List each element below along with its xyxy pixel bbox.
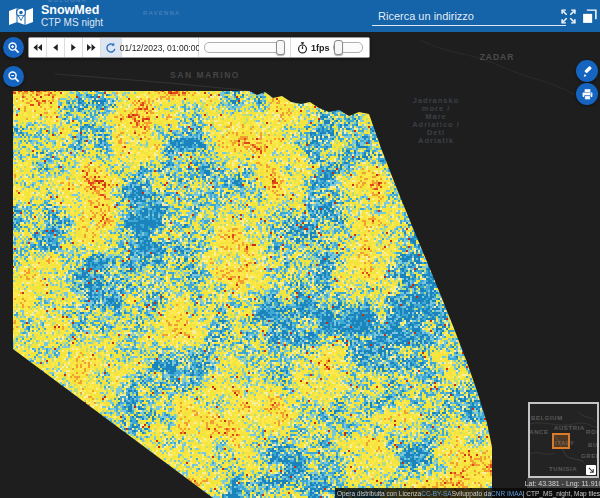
minimap-toggle-button[interactable] <box>586 465 596 475</box>
zoom-out-button[interactable] <box>3 66 24 87</box>
app-header: BOLOGNARAVENNA SnowMed CTP MS night <box>0 0 600 32</box>
minimap-country-label: GREECE <box>581 453 599 459</box>
time-control-toolbar: 01/12/2023, 01:00:00 1fps <box>28 37 370 58</box>
skip-end-button[interactable] <box>83 38 101 57</box>
current-datetime: 01/12/2023, 01:00:00 <box>122 38 199 57</box>
clock-icon <box>297 42 308 54</box>
address-search-input[interactable] <box>372 7 566 26</box>
attribution-bar: Opera distribuita con Licenza CC-BY-SA S… <box>335 488 600 498</box>
magnifier-plus-icon <box>7 41 20 54</box>
tile-view-icon[interactable] <box>581 8 598 25</box>
refresh-icon <box>105 42 117 54</box>
fps-slider-thumb[interactable] <box>334 40 343 55</box>
printer-icon <box>581 88 594 101</box>
app-title: SnowMed <box>41 3 103 17</box>
minimap-country-label: ROMA <box>586 429 599 435</box>
app-window: SAN MARINOZADARJadranskomore /MareAdriat… <box>0 0 600 498</box>
minimap-country-label: AUSTRIA <box>554 425 585 431</box>
step-back-icon <box>51 43 60 52</box>
skip-start-button[interactable] <box>29 38 47 57</box>
time-slider[interactable] <box>204 42 285 53</box>
minimap-country-label: BELGIUM <box>531 415 563 421</box>
minimap-country-label: FRANCE <box>528 429 549 435</box>
fullscreen-icon[interactable] <box>560 8 577 25</box>
time-slider-panel <box>199 38 291 57</box>
fps-slider[interactable] <box>333 42 363 53</box>
zoom-in-button[interactable] <box>3 37 24 58</box>
app-titles: SnowMed CTP MS night <box>41 3 103 28</box>
overview-minimap[interactable]: BELGIUMFRANCEAUSTRIAROMAITALYBULGGREECET… <box>528 402 599 478</box>
minimap-viewport-rect[interactable] <box>552 433 570 449</box>
map-pin-logo-icon <box>8 5 34 27</box>
skip-end-icon <box>86 43 97 52</box>
minimap-country-label: BULG <box>588 442 599 448</box>
skip-start-icon <box>32 43 43 52</box>
play-button[interactable] <box>65 38 83 57</box>
attribution-text: Opera distribuita con Licenza <box>337 490 421 497</box>
step-back-button[interactable] <box>47 38 65 57</box>
minimap-country-label: TUNISIA <box>549 466 577 472</box>
pencil-icon <box>581 65 594 78</box>
collapse-arrow-icon <box>588 467 595 474</box>
map-viewport[interactable]: SAN MARINOZADARJadranskomore /MareAdriat… <box>0 0 600 498</box>
app-subtitle: CTP MS night <box>41 17 103 28</box>
print-button[interactable] <box>576 83 598 105</box>
header-basemap-label: RAVENNA <box>143 10 181 16</box>
license-link[interactable]: CC-BY-SA <box>421 490 451 497</box>
time-slider-thumb[interactable] <box>276 40 285 55</box>
play-icon <box>69 43 78 52</box>
cursor-coordinates: Lat: 43.381 - Lng: 11.910 <box>527 478 600 488</box>
attribution-text: | CTP_MS_night, Map tiles by Carto, <box>523 490 600 497</box>
app-logo <box>8 5 34 27</box>
speed-panel: 1fps <box>291 38 369 57</box>
org-link[interactable]: CNR IMAA <box>491 490 523 497</box>
magnifier-minus-icon <box>7 70 20 83</box>
fps-value: 1fps <box>311 43 330 53</box>
raster-overlay-canvas <box>0 0 600 498</box>
header-basemap-label: BOLOGNA <box>48 0 87 3</box>
attribution-text: Sviluppato da <box>452 490 491 497</box>
draw-edit-button[interactable] <box>576 60 598 82</box>
